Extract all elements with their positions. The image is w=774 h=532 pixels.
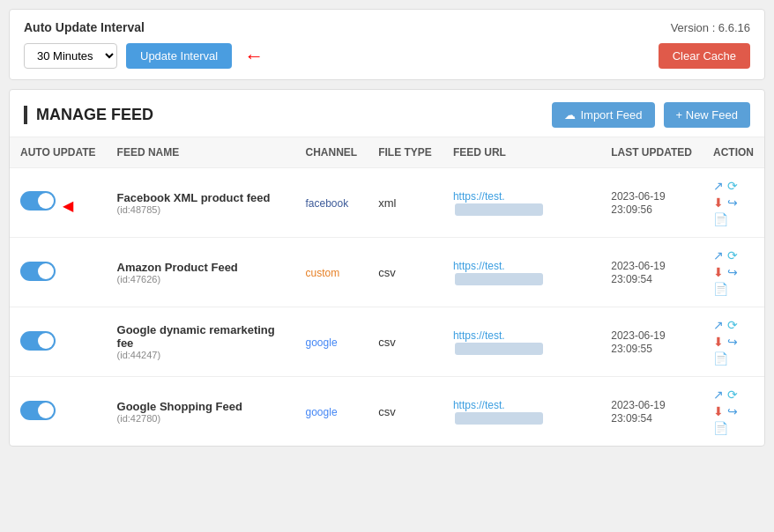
external-link-icon[interactable]: ↗ xyxy=(713,248,724,262)
feed-name-id: (id:48785) xyxy=(117,204,285,215)
document-icon[interactable]: 📄 xyxy=(713,351,728,366)
action-row-3: 📄 xyxy=(713,351,728,366)
feed-name-cell: Google Shopping Feed (id:42780) xyxy=(107,377,295,447)
auto-update-toggle[interactable] xyxy=(20,331,56,351)
feed-name-id: (id:44247) xyxy=(117,350,285,360)
share-icon[interactable]: ↪ xyxy=(727,196,738,210)
feed-name-id: (id:42780) xyxy=(117,413,285,424)
refresh-icon[interactable]: ⟳ xyxy=(727,248,738,262)
feed-name-main: Facebook XML product feed xyxy=(117,191,285,204)
url-blur xyxy=(455,273,543,285)
action-cell: ↗ ⟳ ⬇ ↪ 📄 xyxy=(703,238,764,307)
download-icon[interactable]: ⬇ xyxy=(713,196,724,210)
feed-url-link[interactable]: https://test. xyxy=(453,190,543,216)
document-icon[interactable]: 📄 xyxy=(713,282,728,296)
external-link-icon[interactable]: ↗ xyxy=(713,318,724,332)
last-updated-cell: 2023-06-1923:09:54 xyxy=(600,238,703,307)
action-row-2: ⬇ ↪ xyxy=(713,196,738,210)
action-row-3: 📄 xyxy=(713,212,728,226)
table-row: Google dynamic remarketing fee (id:44247… xyxy=(10,307,764,377)
top-right-clear: Clear Cache xyxy=(272,43,750,69)
version-text: Version : 6.6.16 xyxy=(671,21,750,34)
channel-badge: google xyxy=(306,336,338,349)
action-row-2: ⬇ ↪ xyxy=(713,335,738,349)
action-row-2: ⬇ ↪ xyxy=(713,265,738,279)
external-link-icon[interactable]: ↗ xyxy=(713,179,724,193)
file-type-cell: xml xyxy=(368,168,443,238)
action-row-1: ↗ ⟳ xyxy=(713,318,738,332)
auto-update-cell xyxy=(10,238,107,307)
manage-header: MANAGE FEED ☁ Import Feed + New Feed xyxy=(10,90,764,137)
action-cell: ↗ ⟳ ⬇ ↪ 📄 xyxy=(703,168,764,238)
auto-update-toggle[interactable] xyxy=(20,191,56,211)
feed-table-body: ◀ Facebook XML product feed (id:48785) f… xyxy=(10,168,764,447)
refresh-icon[interactable]: ⟳ xyxy=(727,388,738,402)
external-link-icon[interactable]: ↗ xyxy=(713,388,724,402)
col-auto-update: AUTO UPDATE xyxy=(10,137,107,168)
feed-name-cell: Amazon Product Feed (id:47626) xyxy=(107,238,295,307)
feed-name-main: Amazon Product Feed xyxy=(117,261,285,274)
table-row: ◀ Facebook XML product feed (id:48785) f… xyxy=(10,168,764,238)
auto-update-cell xyxy=(10,307,107,377)
share-icon[interactable]: ↪ xyxy=(727,404,738,418)
feed-url-link[interactable]: https://test. xyxy=(453,329,543,355)
feed-name-cell: Facebook XML product feed (id:48785) xyxy=(107,168,295,238)
action-cell: ↗ ⟳ ⬇ ↪ 📄 xyxy=(703,377,764,447)
url-blur xyxy=(455,203,543,216)
new-feed-button[interactable]: + New Feed xyxy=(664,102,750,128)
document-icon[interactable]: 📄 xyxy=(713,212,728,226)
col-action: ACTION xyxy=(703,137,764,168)
action-row-3: 📄 xyxy=(713,282,728,296)
document-icon[interactable]: 📄 xyxy=(713,421,728,435)
channel-cell: facebook xyxy=(295,168,368,238)
feed-url-cell: https://test. xyxy=(443,168,600,238)
auto-update-title: Auto Update Interval xyxy=(24,20,145,34)
feed-name-main: Google dynamic remarketing fee xyxy=(117,323,285,350)
feed-name-cell: Google dynamic remarketing fee (id:44247… xyxy=(107,307,295,377)
auto-update-toggle[interactable] xyxy=(20,401,56,420)
interval-select[interactable]: 30 Minutes 1 Hour 2 Hours 6 Hours 12 Hou… xyxy=(24,43,117,69)
manage-feed-title: MANAGE FEED xyxy=(24,106,153,124)
last-updated-cell: 2023-06-1923:09:56 xyxy=(600,168,703,238)
auto-update-cell: ◀ xyxy=(10,168,107,238)
download-icon[interactable]: ⬇ xyxy=(713,335,724,349)
action-row-1: ↗ ⟳ xyxy=(713,388,738,402)
top-panel-controls: 30 Minutes 1 Hour 2 Hours 6 Hours 12 Hou… xyxy=(24,43,750,69)
action-cell: ↗ ⟳ ⬇ ↪ 📄 xyxy=(703,307,764,377)
share-icon[interactable]: ↪ xyxy=(727,265,738,279)
feed-url-cell: https://test. xyxy=(443,377,600,447)
action-row-1: ↗ ⟳ xyxy=(713,248,738,262)
col-last-updated: LAST UPDATED xyxy=(600,137,703,168)
action-icons: ↗ ⟳ ⬇ ↪ 📄 xyxy=(713,248,754,296)
main-panel: MANAGE FEED ☁ Import Feed + New Feed AUT… xyxy=(9,89,765,447)
feed-table-header: AUTO UPDATE FEED NAME CHANNEL FILE TYPE … xyxy=(10,137,764,168)
feed-name-main: Google Shopping Feed xyxy=(117,400,285,413)
auto-update-cell xyxy=(10,377,107,447)
download-icon[interactable]: ⬇ xyxy=(713,265,724,279)
last-updated-cell: 2023-06-1923:09:55 xyxy=(600,307,703,377)
table-row: Google Shopping Feed (id:42780) googlecs… xyxy=(10,377,764,447)
file-type-cell: csv xyxy=(368,238,443,307)
channel-badge: custom xyxy=(306,267,340,279)
auto-update-toggle[interactable] xyxy=(20,262,56,281)
manage-actions: ☁ Import Feed + New Feed xyxy=(552,102,750,128)
cloud-upload-icon: ☁ xyxy=(564,108,576,122)
top-panel: Auto Update Interval Version : 6.6.16 30… xyxy=(9,9,765,80)
refresh-icon[interactable]: ⟳ xyxy=(727,179,738,193)
feed-url-link[interactable]: https://test. xyxy=(453,399,543,425)
share-icon[interactable]: ↪ xyxy=(727,335,738,349)
channel-badge: google xyxy=(306,406,338,418)
import-feed-button[interactable]: ☁ Import Feed xyxy=(552,102,654,128)
last-updated-text: 2023-06-1923:09:56 xyxy=(611,190,665,216)
clear-cache-button[interactable]: Clear Cache xyxy=(659,43,750,69)
channel-cell: custom xyxy=(295,238,368,307)
top-panel-header: Auto Update Interval Version : 6.6.16 xyxy=(24,20,750,34)
last-updated-cell: 2023-06-1923:09:54 xyxy=(600,377,703,447)
action-row-1: ↗ ⟳ xyxy=(713,179,738,193)
download-icon[interactable]: ⬇ xyxy=(713,404,724,418)
arrow-indicator: ← xyxy=(244,45,264,68)
refresh-icon[interactable]: ⟳ xyxy=(727,318,738,332)
feed-table: AUTO UPDATE FEED NAME CHANNEL FILE TYPE … xyxy=(10,137,764,446)
feed-url-link[interactable]: https://test. xyxy=(453,260,543,285)
update-interval-button[interactable]: Update Interval xyxy=(126,43,232,69)
